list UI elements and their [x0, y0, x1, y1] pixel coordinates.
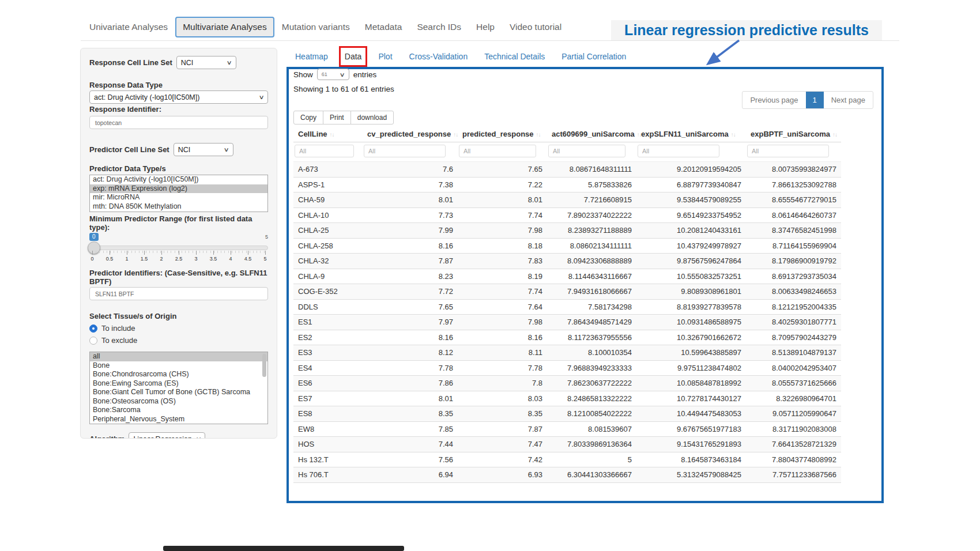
predictor-data-type-list[interactable]: act: Drug Activity (-log10[IC50M])exp: m…	[89, 175, 268, 212]
tab-technical-details[interactable]: Technical Details	[484, 51, 545, 62]
list-option-mir-microrna[interactable]: mir: MicroRNA	[90, 193, 267, 202]
slider-tick: 1	[127, 251, 127, 255]
predictor-cell-line-set-row: Predictor Cell Line Set NCI ∨	[89, 143, 268, 156]
tissue-label: Select Tissue/s of Origin	[89, 312, 268, 320]
cell: 8.12	[363, 345, 458, 361]
table-row: DDLS7.657.647.5817342988.819392778395788…	[293, 299, 841, 315]
list-option-exp-mrna-expression-log2[interactable]: exp: mRNA Expression (log2)	[90, 184, 267, 194]
cell: 7.94931618066667	[547, 284, 636, 300]
print-button[interactable]: Print	[323, 111, 351, 124]
filter-input-cv-predicted-response[interactable]	[364, 145, 446, 157]
column-header-expbptf-unisarcoma[interactable]: expBPTF_uniSarcoma↑↓	[746, 126, 841, 142]
show-entries-prefix: Show	[293, 70, 313, 79]
column-header-act609699-unisarcoma[interactable]: act609699_uniSarcoma↑↓	[547, 126, 636, 142]
cell: 8.71164155969904	[746, 238, 841, 254]
sort-icon: ↑↓	[330, 131, 334, 138]
tissue-option-peripheral-nervous-system[interactable]: Peripheral_Nervous_System	[90, 415, 267, 424]
tab-data[interactable]: Data	[345, 51, 362, 62]
chevron-down-icon: ∨	[227, 59, 232, 66]
tissue-option-bone-osteosarcoma-os[interactable]: Bone:Osteosarcoma (OS)	[90, 397, 267, 406]
slider-tick-label: 4.5	[244, 256, 252, 262]
pagination: Previous page 1 Next page	[742, 91, 873, 109]
cell: 7.87	[458, 421, 547, 437]
min-predictor-range-slider[interactable]: 0 5 00.511.522.533.544.55	[89, 234, 268, 264]
nav-item-help[interactable]: Help	[469, 17, 502, 37]
tissue-option-bone-chondrosarcoma-chs[interactable]: Bone:Chondrosarcoma (CHS)	[90, 370, 267, 379]
response-identifier-input[interactable]: topotecan	[89, 116, 268, 129]
column-header-label: cv_predicted_response	[367, 130, 451, 138]
current-page-button[interactable]: 1	[806, 92, 824, 108]
cell: 8.01	[363, 193, 458, 208]
cell: 9.05711205990647	[746, 406, 841, 422]
column-header-cv-predicted-response[interactable]: cv_predicted_response↑↓	[363, 126, 458, 142]
download-button[interactable]: download	[350, 111, 394, 124]
predictor-data-types-label: Predictor Data Type/s	[89, 164, 268, 173]
filter-input-expslfn11-unisarcoma[interactable]	[638, 145, 719, 157]
predictor-identifiers-input[interactable]: SLFN11 BPTF	[89, 287, 268, 300]
slider-tick-label: 2.5	[175, 256, 183, 262]
slider-tick: 4.5	[248, 251, 248, 255]
predictor-cell-line-set-select[interactable]: NCI ∨	[174, 143, 233, 156]
list-option-act-drug-activity-log10-ic50m[interactable]: act: Drug Activity (-log10[IC50M])	[90, 175, 267, 184]
nav-item-mutation-variants[interactable]: Mutation variants	[274, 17, 357, 37]
cell: 7.6	[363, 162, 458, 178]
cell: 7.83	[458, 254, 547, 269]
response-data-type-select[interactable]: act: Drug Activity (-log10[IC50M]) ∨	[89, 90, 268, 104]
cell: 8.081539607	[547, 421, 636, 437]
column-header-predicted-response[interactable]: predicted_response↑↓	[458, 126, 547, 142]
response-cell-line-set-select[interactable]: NCI ∨	[176, 56, 236, 69]
cell: 10.7278174430127	[636, 391, 746, 406]
nav-item-multivariate-analyses[interactable]: Multivariate Analyses	[175, 17, 274, 37]
bottom-bar	[163, 546, 404, 551]
column-header-label: CellLine	[298, 130, 327, 138]
tissue-option-all[interactable]: all	[90, 352, 267, 361]
table-filter-row	[293, 142, 841, 162]
tissue-option-bone-sarcoma[interactable]: Bone:Sarcoma	[90, 406, 267, 415]
nav-item-metadata[interactable]: Metadata	[357, 17, 410, 37]
cell: 7.86613253092788	[746, 177, 841, 193]
tab-plot[interactable]: Plot	[378, 51, 392, 62]
slider-track[interactable]	[89, 246, 268, 250]
algorithm-value: Linear Regression	[133, 435, 191, 439]
column-header-expslfn11-unisarcoma[interactable]: expSLFN11_uniSarcoma↑↓	[636, 126, 746, 142]
cell: 6.94	[363, 467, 458, 483]
tissue-option-bone[interactable]: Bone	[90, 361, 267, 371]
cell: 6.93	[458, 467, 547, 483]
tab-heatmap[interactable]: Heatmap	[295, 51, 328, 62]
cell: 8.08671648311111	[547, 162, 636, 178]
tissue-option-bone-ewing-sarcoma-es[interactable]: Bone:Ewing Sarcoma (ES)	[90, 379, 267, 388]
column-header-label: expSLFN11_uniSarcoma	[641, 130, 729, 138]
scrollbar-thumb[interactable]	[262, 354, 266, 377]
predictor-cell-line-set-value: NCI	[178, 146, 191, 154]
nav-item-video-tutorial[interactable]: Video tutorial	[502, 17, 569, 37]
slider-tick: 0.5	[110, 251, 110, 255]
tab-partial-correlation[interactable]: Partial Correlation	[561, 51, 626, 62]
min-predictor-range-label: Minimum Predictor Range (for first liste…	[89, 214, 274, 232]
sort-icon: ↑↓	[731, 131, 736, 138]
copy-button[interactable]: Copy	[293, 111, 323, 124]
sort-icon: ↑↓	[832, 131, 837, 138]
algorithm-select[interactable]: Linear Regression ∨	[129, 432, 205, 439]
list-option-mth-dna-850k-methylation[interactable]: mth: DNA 850K Methylation	[90, 202, 267, 212]
slider-value-badge: 0	[89, 233, 99, 241]
filter-input-act609699-unisarcoma[interactable]	[548, 145, 625, 157]
filter-input-expbptf-unisarcoma[interactable]	[747, 145, 829, 157]
filter-input-cellline[interactable]	[295, 145, 354, 157]
tissue-option-bone-giant-cell-tumor-of-bone-gctb-sarcoma[interactable]: Bone:Giant Cell Tumor of Bone (GCTB) Sar…	[90, 388, 267, 397]
tissue-list[interactable]: allBoneBone:Chondrosarcoma (CHS)Bone:Ewi…	[89, 352, 268, 424]
filter-input-predicted-response[interactable]	[459, 145, 536, 157]
cell: 8.00633498246653	[746, 284, 841, 300]
cell: CHA-59	[293, 193, 363, 208]
nav-item-univariate-analyses[interactable]: Univariate Analyses	[82, 17, 175, 37]
tissue-exclude-radio[interactable]: To exclude	[89, 336, 268, 345]
next-page-button[interactable]: Next page	[824, 92, 873, 108]
cell: 5	[547, 452, 636, 467]
previous-page-button[interactable]: Previous page	[742, 92, 805, 108]
column-header-cellline[interactable]: CellLine↑↓	[293, 126, 363, 142]
cell: HOS	[293, 437, 363, 452]
tissue-include-radio[interactable]: To include	[89, 324, 268, 333]
nav-item-search-ids[interactable]: Search IDs	[409, 17, 469, 37]
show-entries-select[interactable]: 61 ∨	[317, 69, 349, 80]
tab-cross-validation[interactable]: Cross-Validation	[409, 51, 468, 62]
slider-tick: 1.5	[144, 251, 145, 255]
